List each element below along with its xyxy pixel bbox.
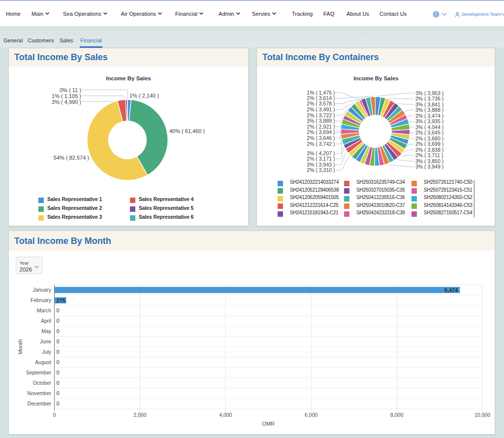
svg-text:2% ( 3,699 ): 2% ( 3,699 ) <box>415 141 443 147</box>
svg-text:3% ( 4,044 ): 3% ( 4,044 ) <box>415 124 443 130</box>
svg-text:January: January <box>33 287 52 293</box>
svg-text:OMR: OMR <box>262 421 275 427</box>
svg-text:1% ( 2,140 ): 1% ( 2,140 ) <box>129 93 159 99</box>
svg-text:May: May <box>41 328 52 334</box>
svg-text:2% ( 3,742 ): 2% ( 3,742 ) <box>307 141 335 147</box>
svg-text:Income By Sales: Income By Sales <box>106 75 151 81</box>
svg-text:9,474: 9,474 <box>444 287 458 293</box>
svg-text:54% ( 82,574 ): 54% ( 82,574 ) <box>54 155 89 161</box>
svg-text:1% ( 1,105 ): 1% ( 1,105 ) <box>52 93 81 99</box>
svg-text:October: October <box>33 380 52 386</box>
svg-text:4,000: 4,000 <box>219 412 232 418</box>
svg-text:2% ( 3,838 ): 2% ( 3,838 ) <box>415 147 443 153</box>
svg-text:August: August <box>35 359 51 365</box>
svg-text:2% ( 3,310 ): 2% ( 3,310 ) <box>307 167 335 173</box>
svg-text:0: 0 <box>57 380 60 386</box>
svg-text:2% ( 3,645 ): 2% ( 3,645 ) <box>415 130 443 135</box>
svg-text:3% ( 3,953 ): 3% ( 3,953 ) <box>415 90 443 96</box>
svg-text:275: 275 <box>57 298 65 303</box>
svg-text:0: 0 <box>57 390 60 396</box>
svg-text:1% ( 1,475 ): 1% ( 1,475 ) <box>307 90 335 96</box>
svg-text:November: November <box>28 390 52 396</box>
svg-text:2% ( 2,921 ): 2% ( 2,921 ) <box>307 124 335 130</box>
svg-text:2% ( 3,711 ): 2% ( 3,711 ) <box>415 152 443 158</box>
svg-text:3% ( 3,850 ): 3% ( 3,850 ) <box>415 158 443 164</box>
svg-text:2% ( 3,680 ): 2% ( 3,680 ) <box>415 135 443 141</box>
svg-text:2% ( 3,474 ): 2% ( 3,474 ) <box>415 113 443 119</box>
svg-text:6,000: 6,000 <box>305 412 317 418</box>
svg-text:2% ( 3,491 ): 2% ( 3,491 ) <box>307 106 335 112</box>
svg-text:0: 0 <box>57 359 60 365</box>
svg-text:0: 0 <box>53 412 56 418</box>
svg-text:April: April <box>41 318 51 324</box>
svg-text:3% ( 3,949 ): 3% ( 3,949 ) <box>415 164 443 169</box>
svg-text:0: 0 <box>57 370 60 375</box>
svg-text:0: 0 <box>57 338 60 344</box>
svg-text:December: December <box>28 401 52 406</box>
svg-text:February: February <box>31 297 52 303</box>
svg-text:3% ( 3,935 ): 3% ( 3,935 ) <box>415 118 443 124</box>
svg-text:2% ( 3,171 ): 2% ( 3,171 ) <box>307 156 335 162</box>
svg-text:Income By Sales: Income By Sales <box>353 75 398 81</box>
svg-text:40% ( 61,460 ): 40% ( 61,460 ) <box>169 128 205 134</box>
svg-text:3% ( 3,841 ): 3% ( 3,841 ) <box>415 101 443 107</box>
svg-text:2% ( 3,722 ): 2% ( 3,722 ) <box>307 112 335 118</box>
svg-text:2,000: 2,000 <box>133 412 146 418</box>
svg-text:2% ( 3,736 ): 2% ( 3,736 ) <box>415 96 443 101</box>
svg-text:July: July <box>42 349 51 355</box>
svg-text:8,000: 8,000 <box>390 412 403 418</box>
svg-text:Month: Month <box>17 339 23 355</box>
svg-text:2% ( 3,578 ): 2% ( 3,578 ) <box>307 101 335 106</box>
svg-text:3% ( 3,943 ): 3% ( 3,943 ) <box>307 162 335 168</box>
svg-text:2% ( 3,694 ): 2% ( 3,694 ) <box>307 129 335 135</box>
svg-text:0: 0 <box>57 401 60 406</box>
svg-text:2% ( 3,646 ): 2% ( 3,646 ) <box>307 135 335 141</box>
svg-text:September: September <box>26 370 52 375</box>
svg-text:0: 0 <box>57 349 60 355</box>
svg-text:0: 0 <box>57 318 60 324</box>
svg-text:March: March <box>37 307 51 313</box>
svg-text:3% ( 3,889 ): 3% ( 3,889 ) <box>307 118 335 124</box>
svg-text:10,000: 10,000 <box>474 412 490 418</box>
svg-text:3% ( 3,888 ): 3% ( 3,888 ) <box>415 107 443 113</box>
svg-text:0% ( 11 ): 0% ( 11 ) <box>60 87 81 93</box>
svg-text:0: 0 <box>57 307 60 313</box>
svg-text:0: 0 <box>57 328 60 334</box>
svg-text:June: June <box>40 338 51 344</box>
svg-text:3% ( 4,990 ): 3% ( 4,990 ) <box>52 99 81 105</box>
